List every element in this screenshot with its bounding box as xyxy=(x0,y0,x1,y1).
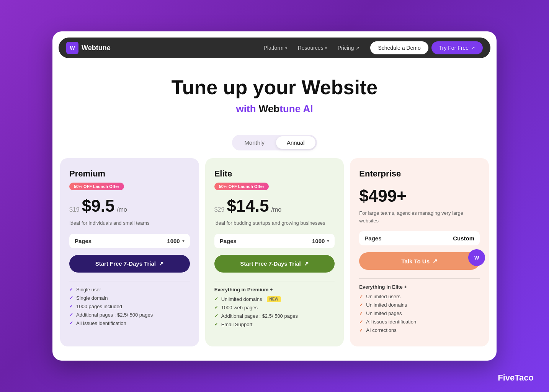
try-free-button[interactable]: Try For Free ↗ xyxy=(431,41,483,54)
feature-email-support: ✓ Email Support xyxy=(214,322,335,327)
check-icon: ✓ xyxy=(214,313,218,318)
check-icon: ✓ xyxy=(359,302,363,308)
chevron-down-icon: ▾ xyxy=(325,46,327,50)
premium-pages-label: Pages xyxy=(75,238,92,244)
premium-price-row: $19 $9.5 /mo xyxy=(69,196,190,216)
enterprise-features-heading: Everything in Elite + xyxy=(359,284,480,290)
enterprise-card: Enterprise $499+ For large teams, agenci… xyxy=(350,158,489,346)
new-badge: NEW xyxy=(267,296,281,302)
annual-toggle[interactable]: Annual xyxy=(276,136,315,149)
logo-area: W Webtune xyxy=(66,42,111,54)
feature-unlimited-domains-ent: ✓ Unlimited domains xyxy=(359,302,480,308)
toggle-wrapper: Monthly Annual xyxy=(232,135,317,150)
elite-plan-name: Elite xyxy=(214,169,335,179)
feature-ai-corrections: ✓ AI corrections xyxy=(359,327,480,333)
schedule-demo-button[interactable]: Schedule a Demo xyxy=(370,41,428,54)
nav-pricing[interactable]: Pricing ↗ xyxy=(338,45,360,51)
external-link-icon: ↗ xyxy=(355,45,359,51)
check-icon: ✓ xyxy=(214,322,218,327)
premium-card: Premium 50% OFF Launch Offer $19 $9.5 /m… xyxy=(60,158,199,346)
elite-price-row: $29 $14.5 /mo xyxy=(214,196,335,216)
feature-unlimited-domains: ✓ Unlimited domains NEW xyxy=(214,296,335,302)
feature-single-domain: ✓ Single domain xyxy=(69,295,190,301)
feature-additional-pages: ✓ Additional pages : $2.5/ 500 pages xyxy=(69,312,190,318)
check-icon: ✓ xyxy=(69,287,73,292)
nav-platform[interactable]: Platform ▾ xyxy=(264,45,287,51)
premium-new-price: $9.5 xyxy=(82,196,115,216)
feature-unlimited-pages: ✓ Unlimited pages xyxy=(359,310,480,316)
arrow-icon: ↗ xyxy=(159,260,164,267)
premium-pages-selector[interactable]: Pages 1000 ▾ xyxy=(69,234,190,248)
check-icon: ✓ xyxy=(69,295,73,301)
nav-links: Platform ▾ Resources ▾ Pricing ↗ xyxy=(264,45,360,51)
check-icon: ✓ xyxy=(214,305,218,310)
dropdown-arrow-icon: ▾ xyxy=(182,238,185,243)
elite-pages-selector[interactable]: Pages 1000 ▾ xyxy=(214,234,335,248)
arrow-icon: ↗ xyxy=(433,258,438,265)
check-icon: ✓ xyxy=(359,319,363,325)
feature-1000-pages: ✓ 1000 pages included xyxy=(69,304,190,309)
elite-new-price: $14.5 xyxy=(227,196,269,216)
feature-1000-web-pages: ✓ 1000 web pages xyxy=(214,305,335,310)
premium-pages-value: 1000 ▾ xyxy=(167,238,184,244)
elite-pages-label: Pages xyxy=(220,238,237,244)
check-icon: ✓ xyxy=(359,328,363,333)
elite-cta-button[interactable]: Start Free 7-Days Trial ↗ xyxy=(214,255,335,273)
enterprise-cta-button[interactable]: Talk To Us ↗ xyxy=(359,252,480,270)
enterprise-plan-name: Enterprise xyxy=(359,169,480,179)
check-icon: ✓ xyxy=(69,320,73,326)
chevron-down-icon: ▾ xyxy=(285,46,287,50)
premium-old-price: $19 xyxy=(69,206,80,213)
check-icon: ✓ xyxy=(214,296,218,302)
check-icon: ✓ xyxy=(69,304,73,309)
elite-per-mo: /mo xyxy=(271,206,281,213)
feature-unlimited-users: ✓ Unlimited users xyxy=(359,294,480,299)
premium-cta-button[interactable]: Start Free 7-Days Trial ↗ xyxy=(69,255,190,273)
navbar: W Webtune Platform ▾ Resources ▾ Pricing… xyxy=(59,38,490,58)
feature-all-issues: ✓ All issues identification xyxy=(69,320,190,326)
pricing-section: Premium 50% OFF Launch Offer $19 $9.5 /m… xyxy=(52,158,497,359)
nav-resources[interactable]: Resources ▾ xyxy=(298,45,327,51)
premium-plan-name: Premium xyxy=(69,169,190,179)
enterprise-pages-value: Custom xyxy=(453,235,474,242)
enterprise-pages-label: Pages xyxy=(364,235,381,242)
feature-single-user: ✓ Single user xyxy=(69,287,190,292)
logo-icon: W xyxy=(66,42,78,54)
premium-divider xyxy=(69,281,190,281)
webtune-badge: W xyxy=(468,249,485,266)
elite-launch-badge: 50% OFF Launch Offer xyxy=(214,183,269,190)
enterprise-desc: For large teams, agencies managing very … xyxy=(359,209,480,224)
feature-additional-pages-elite: ✓ Additional pages : $2.5/ 500 pages xyxy=(214,313,335,319)
premium-per-mo: /mo xyxy=(117,206,127,213)
enterprise-divider xyxy=(359,278,480,279)
elite-desc: Ideal for budding startups and growing b… xyxy=(214,219,335,227)
arrow-icon: ↗ xyxy=(471,45,475,51)
elite-old-price: $29 xyxy=(214,206,225,213)
logo-text: Webtune xyxy=(82,44,111,52)
enterprise-pages-row: Pages Custom xyxy=(359,231,480,245)
check-icon: ✓ xyxy=(69,312,73,317)
elite-pages-value: 1000 ▾ xyxy=(312,238,329,244)
elite-divider xyxy=(214,281,335,281)
check-icon: ✓ xyxy=(359,311,363,316)
premium-desc: Ideal for individuals and small teams xyxy=(69,219,190,227)
check-icon: ✓ xyxy=(359,294,363,299)
hero-subtitle: with Webtune AI xyxy=(68,103,481,115)
arrow-icon: ↗ xyxy=(304,260,309,267)
dropdown-arrow-icon: ▾ xyxy=(327,238,329,243)
billing-toggle: Monthly Annual xyxy=(52,135,497,150)
footer-brand: FiveTaco xyxy=(498,373,534,383)
enterprise-price: $499+ xyxy=(359,186,480,206)
elite-features-heading: Everything in Premium + xyxy=(214,287,335,292)
hero-title: Tune up your Website xyxy=(68,77,481,98)
hero-section: Tune up your Website with Webtune AI xyxy=(52,58,497,124)
elite-card: Elite 50% OFF Launch Offer $29 $14.5 /mo… xyxy=(205,158,344,346)
premium-launch-badge: 50% OFF Launch Offer xyxy=(69,183,124,190)
monthly-toggle[interactable]: Monthly xyxy=(234,136,275,149)
feature-all-issues-ent: ✓ All issues identification xyxy=(359,319,480,325)
